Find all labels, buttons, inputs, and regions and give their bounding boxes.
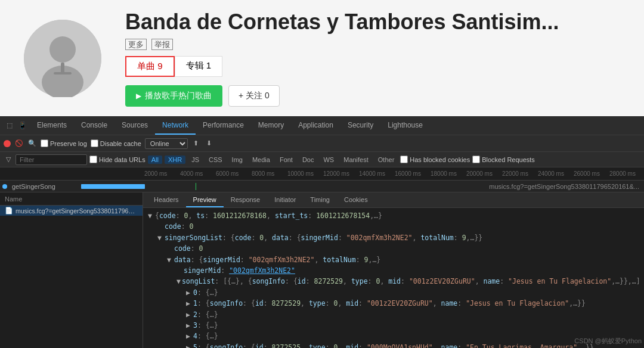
play-button[interactable]: 播放歌手热门歌曲	[125, 85, 222, 107]
timeline-bar: 2000 ms 4000 ms 6000 ms 8000 ms 10000 ms…	[0, 167, 644, 181]
hide-data-urls-label: Hide data URLs	[99, 156, 145, 163]
throttle-select[interactable]: Online Fast 3G Slow 3G Offline	[145, 138, 188, 149]
devtools-tabs: Elements Console Sources Network Perform…	[30, 116, 430, 135]
devtools-panel: ⬚ 📱 Elements Console Sources Network Per…	[0, 116, 644, 348]
report-link[interactable]: 举报	[151, 39, 173, 50]
tab-security[interactable]: Security	[340, 116, 380, 135]
json-data: ▼ data: { singerMid: "002qmfXm3h2NE2", t…	[148, 254, 639, 265]
json-songList: ▼ songList: [{…}, { songInfo: { id: 8272…	[148, 276, 639, 287]
right-panel: Headers Preview Response Initiator Timin…	[143, 192, 644, 348]
filter-icon[interactable]: 🔍	[27, 139, 37, 148]
rp-tab-timing[interactable]: Timing	[303, 192, 337, 207]
devtools-main: Name 📄 musics.fcg?=getSingerSong53380117…	[0, 192, 644, 348]
left-panel: Name 📄 musics.fcg?=getSingerSong53380117…	[0, 192, 143, 348]
tm-28000: 28000 ms	[608, 170, 644, 177]
rp-tab-response[interactable]: Response	[224, 192, 268, 207]
artist-title: Banda de Cornetas y Tambores Santisim...	[125, 10, 620, 35]
json-ssl-code: code: 0	[148, 243, 639, 254]
record-button[interactable]	[4, 140, 11, 147]
rp-tab-headers[interactable]: Headers	[147, 192, 186, 207]
json-item-2: ▶ 2: {…}	[148, 309, 639, 320]
tab-console[interactable]: Console	[74, 116, 114, 135]
tab-memory[interactable]: Memory	[251, 116, 291, 135]
export-icon[interactable]: ⬇	[205, 139, 214, 148]
request-name: getSingerSong	[12, 183, 55, 190]
preserve-log-label: Preserve log	[50, 140, 87, 147]
filter-bar: ▽ Hide data URLs All XHR JS CSS Img Medi…	[0, 152, 644, 167]
json-item-5: ▶ 5: { songInfo: { id: 8272525, type: 0,…	[148, 342, 639, 348]
left-panel-header: Name	[0, 192, 143, 206]
tab-performance[interactable]: Performance	[196, 116, 251, 135]
filter-ws[interactable]: WS	[320, 156, 338, 164]
request-bar-fill	[81, 184, 145, 189]
json-viewer[interactable]: ▼ { code: 0, ts: 1601212678168, start_ts…	[143, 208, 644, 348]
blocked-requests-label: Blocked Requests	[482, 156, 535, 163]
artist-tabs: 单曲 9 专辑 1	[125, 56, 620, 77]
hide-data-urls-checkbox[interactable]: Hide data URLs	[89, 156, 145, 163]
artist-info: Banda de Cornetas y Tambores Santisim...…	[125, 10, 620, 107]
filter-css[interactable]: CSS	[205, 156, 226, 164]
filter-url-input[interactable]	[16, 154, 87, 165]
tm-14000: 14000 ms	[358, 170, 394, 177]
blocked-requests-checkbox[interactable]: Blocked Requests	[472, 156, 535, 163]
artist-actions: 播放歌手热门歌曲 + 关注 0	[125, 85, 620, 107]
json-root: ▼ { code: 0, ts: 1601212678168, start_ts…	[148, 210, 639, 221]
filter-js[interactable]: JS	[188, 156, 203, 164]
tab-albums[interactable]: 专辑 1	[175, 56, 223, 77]
json-singersonglist: ▼ singerSongList: { code: 0, data: { sin…	[148, 232, 639, 243]
disable-cache-checkbox[interactable]: Disable cache	[91, 139, 141, 147]
tm-8000: 8000 ms	[250, 170, 286, 177]
has-blocked-cookies-checkbox[interactable]: Has blocked cookies	[400, 156, 470, 163]
request-dot	[2, 184, 7, 189]
tm-12000: 12000 ms	[322, 170, 358, 177]
svg-rect-4	[54, 72, 72, 74]
has-blocked-cookies-label: Has blocked cookies	[410, 156, 470, 163]
request-timeline	[60, 183, 485, 190]
tm-16000: 16000 ms	[394, 170, 429, 177]
tab-network[interactable]: Network	[155, 116, 196, 135]
inspect-icon[interactable]: ⬚	[4, 120, 16, 132]
filter-xhr[interactable]: XHR	[165, 156, 185, 164]
tab-elements[interactable]: Elements	[30, 116, 74, 135]
tm-10000: 10000 ms	[286, 170, 322, 177]
filter-media[interactable]: Media	[249, 156, 274, 164]
tm-18000: 18000 ms	[429, 170, 465, 177]
artist-avatar	[24, 20, 101, 97]
tm-24000: 24000 ms	[537, 170, 572, 177]
request-bar[interactable]: getSingerSong musics.fcg?=getSingerSong5…	[0, 181, 644, 192]
network-toolbar: 🚫 🔍 Preserve log Disable cache Online Fa…	[0, 135, 644, 152]
rp-tab-cookies[interactable]: Cookies	[337, 192, 375, 207]
rp-tab-preview[interactable]: Preview	[186, 192, 224, 207]
json-item-0: ▶ 0: {…}	[148, 287, 639, 298]
more-link[interactable]: 更多	[125, 39, 147, 50]
svg-point-1	[49, 36, 76, 63]
filter-manifest[interactable]: Manifest	[340, 156, 372, 164]
filter-all[interactable]: All	[148, 156, 162, 164]
filter-img[interactable]: Img	[228, 156, 246, 164]
singerMid-value[interactable]: "002qmfXm3h2NE2"	[229, 265, 295, 276]
clear-icon[interactable]: 🚫	[14, 139, 24, 148]
filter-bar-icon[interactable]: ▽	[4, 155, 13, 164]
dcl-marker	[196, 183, 196, 190]
tab-application[interactable]: Application	[291, 116, 340, 135]
tm-6000: 6000 ms	[215, 170, 250, 177]
filter-other[interactable]: Other	[374, 156, 398, 164]
preserve-log-checkbox[interactable]: Preserve log	[41, 139, 87, 147]
tab-lighthouse[interactable]: Lighthouse	[380, 116, 430, 135]
device-icon[interactable]: 📱	[17, 120, 29, 132]
filter-font[interactable]: Font	[276, 156, 296, 164]
import-icon[interactable]: ⬆	[191, 139, 201, 148]
json-item-4: ▶ 4: {…}	[148, 331, 639, 341]
tab-singles[interactable]: 单曲 9	[125, 56, 175, 77]
tm-2000: 2000 ms	[143, 170, 179, 177]
disable-cache-label: Disable cache	[100, 140, 141, 147]
rp-tab-initiator[interactable]: Initiator	[267, 192, 303, 207]
filter-doc[interactable]: Doc	[299, 156, 318, 164]
tm-20000: 20000 ms	[465, 170, 501, 177]
request-list-item[interactable]: 📄 musics.fcg?=getSingerSong5338011796520…	[0, 206, 143, 216]
json-code: code: 0	[148, 221, 639, 232]
tab-sources[interactable]: Sources	[114, 116, 155, 135]
tm-22000: 22000 ms	[501, 170, 537, 177]
follow-button[interactable]: + 关注 0	[228, 85, 280, 107]
timeline-marks: 2000 ms 4000 ms 6000 ms 8000 ms 10000 ms…	[143, 170, 644, 177]
